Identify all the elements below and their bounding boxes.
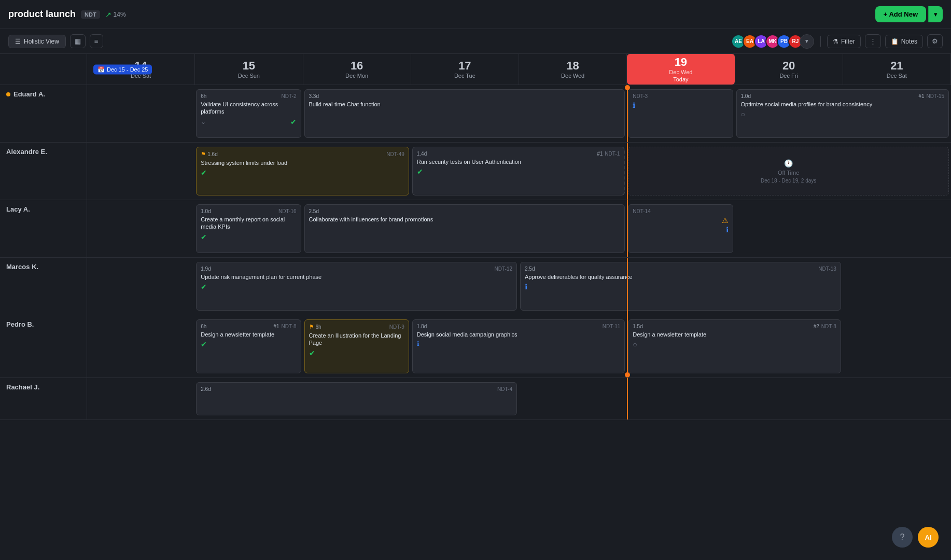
task-ndt12[interactable]: 1.9d NDT-12 Update risk management plan … — [196, 262, 517, 311]
today-line-Lacy — [627, 200, 628, 257]
date-col-17: 17 Dec Tue — [411, 54, 519, 85]
person-row-Alexandre: ⚑ 1.6d NDT-49 Stressing system limits un… — [87, 143, 951, 200]
person-name-label-Eduard: Eduard A. — [13, 90, 45, 98]
task-ndt16[interactable]: 1.0d NDT-16 Create a monthly report on s… — [196, 204, 301, 253]
top-header: product launch NDT ↗ 14% + Add New ▾ — [0, 0, 951, 29]
question-mark-icon: ? — [900, 533, 905, 542]
add-new-dropdown-button[interactable]: ▾ — [928, 6, 943, 22]
divider-1 — [820, 36, 821, 47]
flag-icon-ndt9: ⚑ — [309, 324, 314, 330]
more-options-button[interactable]: ⋮ — [865, 34, 881, 48]
person-name-Eduard: Eduard A. — [0, 85, 87, 142]
add-new-area: + Add New ▾ — [875, 6, 943, 22]
add-new-label: + Add New — [884, 10, 918, 18]
task-ndt11[interactable]: 1.8d NDT-11 Design social media campaign… — [412, 319, 625, 373]
row-Pedro: Pedro B. 6h #1 NDT-8 — [0, 315, 951, 378]
task-ndt1[interactable]: 1.4d #1 NDT-1 Run security tests on User… — [412, 147, 625, 195]
grid-scroll: Eduard A. 6h NDT-2 Validate UI consisten… — [0, 85, 951, 560]
task-ndt49[interactable]: ⚑ 1.6d NDT-49 Stressing system limits un… — [196, 147, 409, 195]
status-icon-ndt13: ℹ — [525, 283, 527, 291]
date-range-badge: 📅 Dec 15 - Dec 25 — [93, 64, 152, 74]
task-ndt2[interactable]: 6h NDT-2 Validate UI consistency across … — [196, 89, 301, 138]
off-time-Alexandre: 🕐 Off Time Dec 18 - Dec 19, 2 days — [628, 147, 949, 195]
person-dot-Eduard — [6, 92, 10, 96]
filter-icon: ⚗ — [833, 38, 838, 45]
bottom-right-buttons: ? AI — [892, 527, 939, 548]
name-col-spacer — [0, 54, 87, 85]
task-ndt8a[interactable]: 6h #1 NDT-8 Design a newsletter template… — [196, 319, 301, 373]
date-num-20: 20 — [782, 60, 795, 72]
status-icon-ndt1: ✔ — [417, 167, 423, 176]
date-col-20: 20 Dec Fri — [735, 54, 843, 85]
clock-icon: 🕐 — [784, 159, 793, 167]
bar-chart-icon: ▦ — [75, 37, 81, 45]
project-title: product launch — [8, 9, 76, 20]
row-Lacy: Lacy A. 1.0d NDT-16 Create a monthly rep… — [0, 200, 951, 258]
date-num-15: 15 — [243, 60, 255, 72]
date-label-20: Dec Fri — [779, 73, 798, 79]
task-ndt4[interactable]: 2.6d NDT-4 — [196, 382, 517, 415]
person-row-Rachael: 2.6d NDT-4 — [87, 378, 951, 419]
task-ndt3[interactable]: NDT-3 ℹ — [628, 89, 733, 138]
today-line-Marcos — [627, 258, 628, 315]
ai-button[interactable]: AI — [918, 527, 939, 548]
avatar-group: AE EA LA MK PB RJ ▾ — [731, 34, 814, 49]
person-row-Lacy: 1.0d NDT-16 Create a monthly report on s… — [87, 200, 951, 257]
notes-button[interactable]: 📋 Notes — [885, 35, 923, 48]
list-view-button[interactable]: ≡ — [90, 34, 103, 48]
holistic-view-button[interactable]: ☰ Holistic View — [8, 35, 66, 48]
status-icon-ndt11: ℹ — [417, 340, 419, 347]
date-label-17: Dec Tue — [454, 73, 476, 79]
task-ndt14[interactable]: NDT-14 ⚠ ℹ — [628, 204, 733, 253]
progress-arrow-icon: ↗ — [105, 10, 111, 19]
settings-button[interactable]: ⚙ — [927, 34, 943, 48]
flag-icon-ndt49: ⚑ — [201, 151, 206, 158]
date-num-18: 18 — [566, 60, 579, 72]
notes-icon: 📋 — [891, 38, 899, 45]
status-icon-ndt2: ✔ — [290, 118, 297, 126]
status-icon-ndt16: ✔ — [201, 233, 207, 241]
task-collaborate[interactable]: 2.5d Collaborate with influencers for br… — [304, 204, 625, 253]
person-name-Marcos: Marcos K. — [0, 258, 87, 315]
date-col-19: 19 Dec Wed Today — [627, 54, 735, 85]
add-new-button[interactable]: + Add New — [875, 6, 926, 22]
help-button[interactable]: ? — [892, 527, 913, 548]
calendar-icon: 📅 — [97, 66, 105, 73]
task-ndt15[interactable]: 1.0d #1 NDT-15 Optimize social media pro… — [736, 89, 949, 138]
toolbar-right: AE EA LA MK PB RJ ▾ ⚗ Filter ⋮ 📋 Notes ⚙ — [731, 34, 943, 49]
status-icon-ndt8b: ○ — [633, 340, 637, 348]
date-header: 📅 Dec 15 - Dec 25 14 Dec Sat 15 Dec Sun … — [0, 54, 951, 85]
today-line-Alexandre — [627, 143, 628, 200]
date-col-21: 21 Dec Sat — [843, 54, 951, 85]
today-line-Rachael — [627, 378, 628, 419]
avatar-more-button[interactable]: ▾ — [800, 34, 814, 49]
task-chat[interactable]: 3.3d Build real-time Chat function — [304, 89, 625, 138]
row-Rachael: Rachael J. 2.6d NDT-4 — [0, 378, 951, 420]
filter-button[interactable]: ⚗ Filter — [827, 35, 861, 48]
status-icon-ndt12: ✔ — [201, 283, 207, 291]
progress-value: 14% — [114, 11, 126, 18]
status-icon-ndt49: ✔ — [201, 169, 207, 177]
date-col-18: 18 Dec Wed — [519, 54, 627, 85]
row-Alexandre: Alexandre E. ⚑ 1.6d NDT-49 Stressi — [0, 143, 951, 200]
gear-icon: ⚙ — [932, 37, 938, 45]
status-icon-ndt8a: ✔ — [201, 340, 207, 348]
today-dot-Pedro — [625, 372, 630, 377]
main-content: 📅 Dec 15 - Dec 25 14 Dec Sat 15 Dec Sun … — [0, 54, 951, 560]
date-label-16: Dec Mon — [345, 73, 368, 79]
list-view-icon: ≡ — [94, 37, 99, 45]
chart-view-button[interactable]: ▦ — [70, 34, 86, 48]
task-ndt8b[interactable]: 1.5d #2 NDT-8 Design a newsletter templa… — [628, 319, 841, 373]
task-ndt9[interactable]: ⚑ 6h NDT-9 Create an Illustration for th… — [304, 319, 409, 373]
date-col-16: 16 Dec Mon — [303, 54, 411, 85]
list-icon: ☰ — [15, 38, 21, 45]
date-col-15: 15 Dec Sun — [195, 54, 303, 85]
filter-label: Filter — [841, 38, 855, 45]
task-ndt13[interactable]: 2.5d NDT-13 Approve deliverables for qua… — [520, 262, 841, 311]
ai-icon: AI — [925, 534, 932, 541]
status-icon-ndt3: ℹ — [633, 101, 635, 109]
date-label-18: Dec Wed — [561, 73, 584, 79]
date-num-16: 16 — [351, 60, 363, 72]
timeline-area: 📅 Dec 15 - Dec 25 14 Dec Sat 15 Dec Sun … — [0, 54, 951, 560]
expand-icon: ⌄ — [201, 118, 206, 125]
